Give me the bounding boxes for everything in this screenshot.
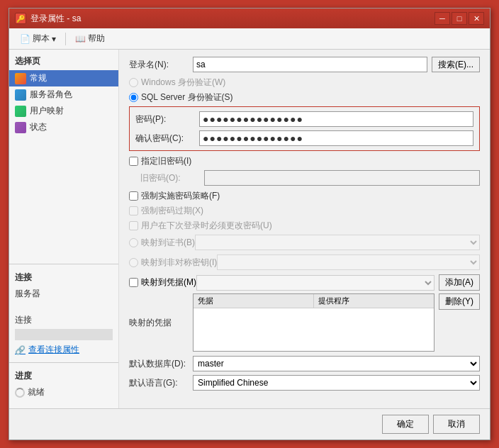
- help-label: 帮助: [88, 33, 105, 45]
- password-display[interactable]: ●●●●●●●●●●●●●●●: [199, 111, 473, 127]
- credential-table-area: 凭据 提供程序 删除(Y): [193, 293, 480, 352]
- credential-table-body: [194, 308, 434, 351]
- mapped-credentials-row: 映射的凭据 凭据 提供程序 删除(Y): [129, 293, 480, 352]
- map-credential-checkbox[interactable]: [129, 278, 138, 287]
- search-button[interactable]: 搜索(E)...: [432, 57, 480, 72]
- user-mapping-icon: [15, 106, 26, 117]
- delete-button[interactable]: 删除(Y): [439, 293, 480, 310]
- specify-old-pwd-checkbox[interactable]: [129, 157, 138, 166]
- map-asymm-row: 映射到非对称密钥(I): [129, 254, 480, 270]
- default-lang-select[interactable]: Simplified Chinese: [193, 375, 480, 391]
- connection-section-label: 连接: [9, 269, 118, 286]
- bottom-form: 默认数据库(D): master 默认语言(G): Simplified Chi…: [129, 356, 480, 391]
- spinner-icon: [15, 388, 25, 398]
- server-role-icon: [15, 89, 26, 101]
- sidebar-item-server-role-label: 服务器角色: [30, 89, 72, 101]
- map-credential-label: 映射到凭据(M): [141, 276, 196, 289]
- credential-side-buttons: 删除(Y): [439, 293, 480, 352]
- map-asymm-select[interactable]: [217, 254, 480, 270]
- sidebar-item-general[interactable]: 常规: [9, 70, 118, 86]
- map-cert-radio[interactable]: [129, 238, 138, 247]
- title-bar-controls: ─ □ ✕: [434, 12, 484, 25]
- map-asymm-radio[interactable]: [129, 258, 138, 267]
- server-value: [9, 301, 118, 313]
- password-label: 密码(P):: [135, 113, 199, 125]
- sidebar-header: 选择页: [9, 52, 118, 70]
- dialog-footer: 确定 取消: [9, 408, 490, 439]
- general-icon: [15, 73, 26, 84]
- sidebar-item-user-mapping[interactable]: 用户映射: [9, 103, 118, 119]
- right-panel: 登录名(N): 搜索(E)... Windows 身份验证(W) SQL Ser…: [119, 50, 490, 408]
- server-label: 服务器: [9, 286, 118, 301]
- enforce-expiry-row: 强制密码过期(X): [129, 205, 480, 217]
- sidebar-item-general-label: 常规: [30, 72, 47, 84]
- sidebar-item-status[interactable]: 状态: [9, 119, 118, 135]
- default-db-row: 默认数据库(D): master: [129, 356, 480, 371]
- password-section: 密码(P): ●●●●●●●●●●●●●●● 确认密码(C): ●●●●●●●●…: [129, 106, 480, 151]
- windows-auth-radio[interactable]: [129, 78, 138, 87]
- user-must-change-checkbox[interactable]: [129, 221, 138, 230]
- confirm-password-display[interactable]: ●●●●●●●●●●●●●●●: [199, 130, 473, 146]
- maximize-button[interactable]: □: [452, 12, 467, 25]
- credential-header: 映射到凭据(M) 添加(A): [129, 274, 480, 291]
- map-cert-row: 映射到证书(B): [129, 235, 480, 250]
- sidebar-item-status-label: 状态: [30, 121, 47, 133]
- script-dropdown-icon: ▾: [52, 34, 56, 44]
- toolbar-separator: [65, 33, 66, 45]
- specify-old-pwd-row: 指定旧密码(I): [129, 155, 480, 167]
- connection-label2: 连接: [9, 313, 118, 327]
- enforce-expiry-label: 强制密码过期(X): [141, 205, 203, 217]
- user-must-change-row: 用户在下次登录时必须更改密码(U): [129, 220, 480, 232]
- enforce-policy-row: 强制实施密码策略(F): [129, 190, 480, 202]
- login-name-row: 登录名(N): 搜索(E)...: [129, 57, 480, 72]
- provider-col-header: 提供程序: [314, 294, 434, 308]
- minimize-button[interactable]: ─: [434, 12, 450, 25]
- enforce-policy-checkbox[interactable]: [129, 191, 138, 201]
- help-button[interactable]: 📖 帮助: [70, 30, 110, 47]
- map-asymm-label: 映射到非对称密钥(I): [141, 257, 217, 269]
- main-content: 选择页 常规 服务器角色 用户映射: [9, 50, 490, 408]
- credential-col-header: 凭据: [194, 294, 314, 308]
- view-connection-label: 查看连接属性: [28, 344, 79, 356]
- password-row: 密码(P): ●●●●●●●●●●●●●●●: [135, 111, 473, 127]
- specify-old-pwd-label: 指定旧密码(I): [141, 155, 191, 167]
- progress-section-label: 进度: [9, 367, 118, 385]
- enforce-expiry-checkbox[interactable]: [129, 206, 138, 215]
- sql-auth-radio[interactable]: [129, 93, 138, 102]
- view-connection-link[interactable]: 🔗 查看连接属性: [9, 342, 118, 358]
- sidebar-item-server-role[interactable]: 服务器角色: [9, 86, 118, 103]
- old-password-input[interactable]: [204, 170, 480, 186]
- mapped-credentials-label: 映射的凭据: [129, 317, 193, 329]
- connection-link-icon: 🔗: [15, 345, 26, 355]
- connection-divider: [9, 264, 118, 264]
- add-button[interactable]: 添加(A): [439, 274, 480, 291]
- cancel-button[interactable]: 取消: [433, 415, 480, 434]
- ok-button[interactable]: 确定: [382, 415, 429, 434]
- default-db-select[interactable]: master: [193, 356, 480, 371]
- confirm-password-label: 确认密码(C):: [135, 133, 199, 145]
- sql-auth-label: SQL Server 身份验证(S): [141, 91, 233, 103]
- confirm-password-row: 确认密码(C): ●●●●●●●●●●●●●●●: [135, 130, 473, 146]
- credential-section: 映射到凭据(M) 添加(A) 映射的凭据 凭据 提供程序: [129, 274, 480, 352]
- main-window: 🔑 登录属性 - sa ─ □ ✕ 📄 脚本 ▾ 📖 帮助 选择页: [9, 8, 490, 440]
- close-button[interactable]: ✕: [469, 12, 484, 25]
- progress-value-row: 就绪: [9, 385, 118, 400]
- login-name-input[interactable]: [193, 57, 427, 72]
- old-password-label: 旧密码(O):: [140, 172, 204, 184]
- status-icon: [15, 122, 26, 133]
- map-cert-select[interactable]: [195, 235, 480, 250]
- title-bar-left: 🔑 登录属性 - sa: [15, 13, 81, 25]
- progress-value-text: 就绪: [28, 386, 45, 398]
- credential-table: 凭据 提供程序: [193, 293, 434, 352]
- windows-auth-label: Windows 身份验证(W): [141, 77, 225, 89]
- map-credential-select[interactable]: [196, 275, 434, 291]
- script-icon: 📄: [20, 34, 30, 44]
- script-button[interactable]: 📄 脚本 ▾: [15, 30, 61, 47]
- title-bar: 🔑 登录属性 - sa ─ □ ✕: [9, 9, 490, 28]
- sidebar: 选择页 常规 服务器角色 用户映射: [9, 50, 119, 408]
- progress-divider: [9, 362, 118, 363]
- script-label: 脚本: [33, 33, 50, 45]
- user-must-change-label: 用户在下次登录时必须更改密码(U): [141, 220, 272, 232]
- window-icon: 🔑: [15, 13, 26, 24]
- windows-auth-row: Windows 身份验证(W): [129, 77, 480, 89]
